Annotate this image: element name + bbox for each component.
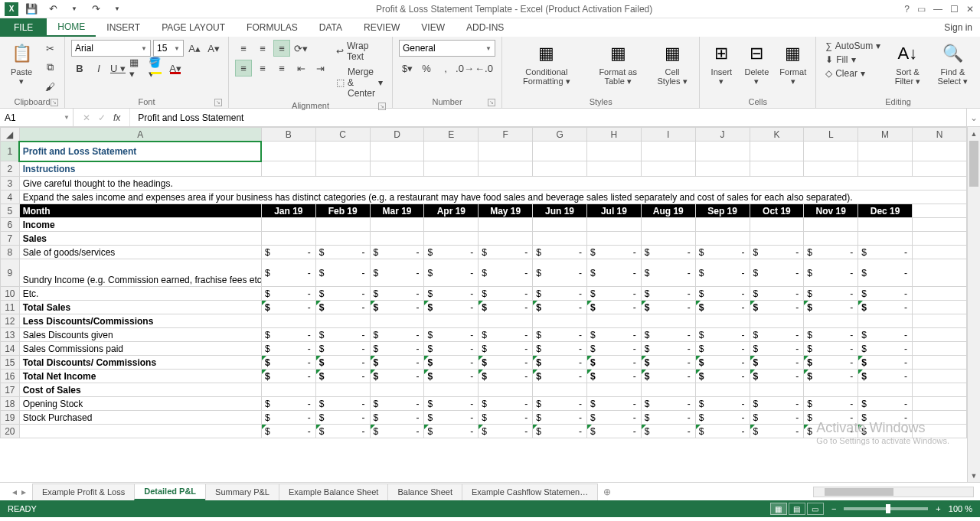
cell[interactable]: Jan 19 <box>261 204 315 218</box>
cell[interactable]: $- <box>695 342 750 356</box>
cell[interactable] <box>261 314 315 328</box>
cell[interactable] <box>424 383 479 397</box>
cell[interactable]: $- <box>695 328 750 342</box>
cell[interactable]: $- <box>858 370 913 383</box>
cell[interactable] <box>479 232 533 246</box>
merge-center-button[interactable]: ⬚Merge & Center ▾ <box>333 66 386 99</box>
cell[interactable]: $- <box>261 328 315 342</box>
cell[interactable] <box>858 218 913 232</box>
cell[interactable]: $- <box>261 246 315 259</box>
cell[interactable]: Sundry Income (e.g. Commission earned, f… <box>19 259 261 287</box>
cell[interactable]: $- <box>533 246 587 259</box>
cell[interactable]: $- <box>586 342 641 356</box>
cancel-formula-icon[interactable]: ✕ <box>83 112 90 123</box>
cell[interactable] <box>19 425 261 438</box>
cell[interactable]: $- <box>804 246 858 259</box>
autosum-button[interactable]: ∑AutoSum ▾ <box>822 40 884 52</box>
cell[interactable]: $- <box>641 425 695 438</box>
cell[interactable] <box>913 397 967 411</box>
cell[interactable] <box>804 232 858 246</box>
cell[interactable] <box>533 218 587 232</box>
row-header-6[interactable]: 6 <box>1 218 20 232</box>
cell[interactable] <box>695 232 750 246</box>
cell[interactable]: Nov 19 <box>804 204 858 218</box>
cell[interactable]: Jun 19 <box>533 204 587 218</box>
cell[interactable]: $- <box>315 301 370 314</box>
cell[interactable]: $- <box>261 259 315 287</box>
cell[interactable]: $- <box>804 397 858 411</box>
delete-cells-button[interactable]: ⊟Delete▾ <box>741 40 772 87</box>
cell-A1[interactable]: Profit and Loss Statement <box>19 142 261 161</box>
comma-format-icon[interactable]: , <box>437 60 454 77</box>
cell[interactable]: $- <box>804 425 858 438</box>
col-header-N[interactable]: N <box>913 128 967 142</box>
align-right-icon[interactable]: ≡ <box>273 60 290 77</box>
align-bottom-icon[interactable]: ≡ <box>273 40 290 57</box>
cell[interactable] <box>479 142 533 161</box>
copy-icon[interactable]: ⧉ <box>41 59 58 76</box>
cell[interactable]: $- <box>479 356 533 370</box>
cell[interactable] <box>913 425 967 438</box>
close-icon[interactable]: ✕ <box>966 4 974 15</box>
cell[interactable]: $- <box>586 411 641 425</box>
align-left-icon[interactable]: ≡ <box>235 60 252 77</box>
cell[interactable] <box>913 218 967 232</box>
formula-input[interactable]: Profit and Loss Statement <box>130 109 966 126</box>
cell[interactable]: Instructions <box>19 161 261 177</box>
font-size-combo[interactable]: 15▼ <box>153 40 184 57</box>
border-button[interactable]: ▦ ▾ <box>129 60 145 77</box>
cell[interactable]: Feb 19 <box>315 204 370 218</box>
scroll-down-icon[interactable]: ▼ <box>968 469 980 482</box>
cell[interactable]: $- <box>641 397 695 411</box>
new-sheet-icon[interactable]: ⊕ <box>597 487 617 497</box>
cell[interactable] <box>533 161 587 177</box>
cell[interactable] <box>533 314 587 328</box>
zoom-slider[interactable] <box>844 507 928 510</box>
cell[interactable]: Sale of goods/services <box>19 246 261 259</box>
cell[interactable]: $- <box>424 370 479 383</box>
cell[interactable] <box>533 142 587 161</box>
number-launcher-icon[interactable]: ↘ <box>488 99 495 106</box>
conditional-formatting-button[interactable]: ▦Conditional Formatting ▾ <box>508 40 585 87</box>
cell[interactable]: $- <box>479 259 533 287</box>
cell[interactable]: $- <box>424 425 479 438</box>
cell[interactable] <box>479 218 533 232</box>
row-header-1[interactable]: 1 <box>1 142 20 161</box>
cell[interactable]: $- <box>641 342 695 356</box>
cell[interactable]: $- <box>586 425 641 438</box>
cell[interactable]: $- <box>586 328 641 342</box>
cell[interactable] <box>641 218 695 232</box>
cell[interactable] <box>315 383 370 397</box>
row-header-4[interactable]: 4 <box>1 190 20 204</box>
cell[interactable]: Total Net Income <box>19 370 261 383</box>
cell[interactable]: $- <box>750 328 804 342</box>
horizontal-scrollbar[interactable] <box>813 487 974 497</box>
tab-view[interactable]: VIEW <box>410 18 456 37</box>
align-middle-icon[interactable]: ≡ <box>254 40 271 57</box>
row-header-2[interactable]: 2 <box>1 161 20 177</box>
cell[interactable] <box>424 142 479 161</box>
cell[interactable]: Month <box>19 204 261 218</box>
format-cells-button[interactable]: ▦Format▾ <box>776 40 809 87</box>
row-header-11[interactable]: 11 <box>1 301 20 314</box>
cell[interactable]: $- <box>695 287 750 301</box>
cell[interactable]: $- <box>533 287 587 301</box>
row-header-10[interactable]: 10 <box>1 287 20 301</box>
sheet-tab-summary-pl[interactable]: Summary P&L <box>205 484 279 500</box>
cell[interactable] <box>641 232 695 246</box>
grow-font-icon[interactable]: A▴ <box>186 40 203 57</box>
cell[interactable]: $- <box>315 356 370 370</box>
cell[interactable]: $- <box>804 342 858 356</box>
cell[interactable] <box>695 218 750 232</box>
italic-button[interactable]: I <box>90 60 107 77</box>
cell[interactable]: $- <box>533 425 587 438</box>
cell[interactable]: Expand the sales income and expenses are… <box>19 190 966 204</box>
cell[interactable]: $- <box>750 356 804 370</box>
cell[interactable]: $- <box>315 246 370 259</box>
cell[interactable] <box>641 161 695 177</box>
cell[interactable]: $- <box>750 397 804 411</box>
find-select-button[interactable]: 🔍Find & Select ▾ <box>932 40 974 87</box>
cell[interactable]: Sales Discounts given <box>19 328 261 342</box>
sort-filter-button[interactable]: A↓Sort & Filter ▾ <box>888 40 927 87</box>
insert-cells-button[interactable]: ⊞Insert▾ <box>706 40 737 87</box>
